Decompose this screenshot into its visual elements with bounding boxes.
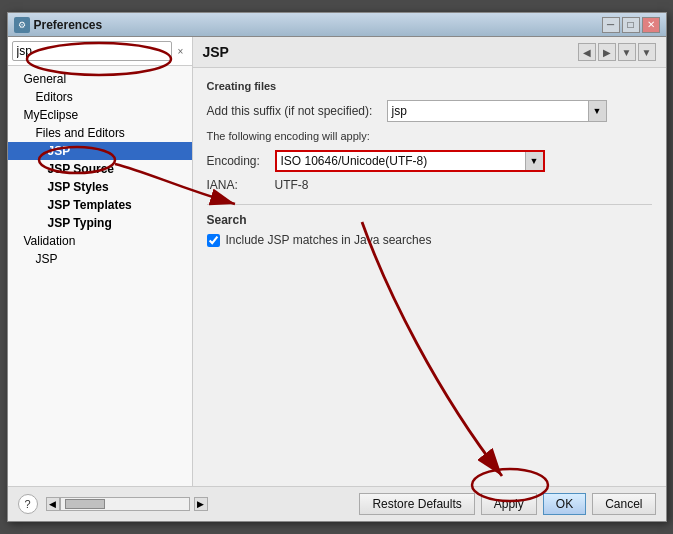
preferences-window: ⚙ Preferences ─ □ ✕ × General Editors My…	[7, 12, 667, 522]
checkbox-row: Include JSP matches in Java searches	[207, 233, 652, 247]
encoding-label: Encoding:	[207, 154, 275, 168]
bottom-left: ? ◀ ▶	[18, 494, 360, 514]
tree-item-myeclipse[interactable]: MyEclipse	[8, 106, 192, 124]
separator	[207, 204, 652, 205]
window-icon: ⚙	[14, 17, 30, 33]
nav-forward-button[interactable]: ▶	[598, 43, 616, 61]
scroll-right-arrow[interactable]: ▶	[194, 497, 208, 511]
encoding-note: The following encoding will apply:	[207, 130, 652, 142]
tree-item-editors[interactable]: Editors	[8, 88, 192, 106]
restore-defaults-button[interactable]: Restore Defaults	[359, 493, 474, 515]
tree-item-files-and-editors[interactable]: Files and Editors	[8, 124, 192, 142]
cancel-button[interactable]: Cancel	[592, 493, 655, 515]
checkbox-label: Include JSP matches in Java searches	[226, 233, 432, 247]
tree-item-jsp-styles[interactable]: JSP Styles	[8, 178, 192, 196]
window-title: Preferences	[34, 18, 602, 32]
encoding-value: ISO 10646/Unicode(UTF-8)	[277, 154, 525, 168]
ok-button[interactable]: OK	[543, 493, 586, 515]
encoding-row: Encoding: ISO 10646/Unicode(UTF-8) ▼	[207, 150, 652, 172]
tree-item-jsp-typing[interactable]: JSP Typing	[8, 214, 192, 232]
nav-buttons: ◀ ▶ ▼ ▼	[578, 43, 656, 61]
tree-item-validation[interactable]: Validation	[8, 232, 192, 250]
search-input[interactable]	[12, 41, 172, 61]
suffix-label: Add this suffix (if not specified):	[207, 104, 387, 118]
apply-button[interactable]: Apply	[481, 493, 537, 515]
right-content: Creating files Add this suffix (if not s…	[193, 68, 666, 486]
suffix-row: Add this suffix (if not specified): jsp …	[207, 100, 652, 122]
nav-back-button[interactable]: ◀	[578, 43, 596, 61]
iana-label: IANA:	[207, 178, 275, 192]
minimize-button[interactable]: ─	[602, 17, 620, 33]
nav-menu-button[interactable]: ▼	[638, 43, 656, 61]
search-bar: ×	[8, 37, 192, 66]
bottom-right: Restore Defaults Apply OK Cancel	[359, 493, 655, 515]
iana-value: UTF-8	[275, 178, 309, 192]
tree-item-validation-jsp[interactable]: JSP	[8, 250, 192, 268]
suffix-dropdown-arrow[interactable]: ▼	[588, 101, 606, 121]
iana-row: IANA: UTF-8	[207, 178, 652, 192]
title-bar: ⚙ Preferences ─ □ ✕	[8, 13, 666, 37]
tree-item-jsp[interactable]: JSP	[8, 142, 192, 160]
scroll-thumb	[65, 499, 105, 509]
suffix-dropdown[interactable]: jsp ▼	[387, 100, 607, 122]
tree-view: General Editors MyEclipse Files and Edit…	[8, 66, 192, 486]
tree-item-general[interactable]: General	[8, 70, 192, 88]
encoding-dropdown-arrow[interactable]: ▼	[525, 152, 543, 170]
include-jsp-checkbox[interactable]	[207, 234, 220, 247]
left-panel: × General Editors MyEclipse Files and Ed…	[8, 37, 193, 486]
maximize-button[interactable]: □	[622, 17, 640, 33]
title-buttons: ─ □ ✕	[602, 17, 660, 33]
right-header: JSP ◀ ▶ ▼ ▼	[193, 37, 666, 68]
right-title: JSP	[203, 44, 578, 60]
close-button[interactable]: ✕	[642, 17, 660, 33]
encoding-dropdown[interactable]: ISO 10646/Unicode(UTF-8) ▼	[275, 150, 545, 172]
tree-item-jsp-source[interactable]: JSP Source	[8, 160, 192, 178]
tree-item-jsp-templates[interactable]: JSP Templates	[8, 196, 192, 214]
bottom-panel: ? ◀ ▶ Restore Defaults Apply OK Cancel	[8, 486, 666, 521]
main-content: × General Editors MyEclipse Files and Ed…	[8, 37, 666, 486]
search-clear-button[interactable]: ×	[174, 43, 188, 59]
suffix-value: jsp	[388, 104, 588, 118]
scrollbar[interactable]	[60, 497, 190, 511]
nav-down-button[interactable]: ▼	[618, 43, 636, 61]
right-panel: JSP ◀ ▶ ▼ ▼ Creating files Add this suff…	[193, 37, 666, 486]
search-section-label: Search	[207, 213, 652, 227]
scroll-left-arrow[interactable]: ◀	[46, 497, 60, 511]
creating-files-label: Creating files	[207, 80, 652, 92]
help-button[interactable]: ?	[18, 494, 38, 514]
